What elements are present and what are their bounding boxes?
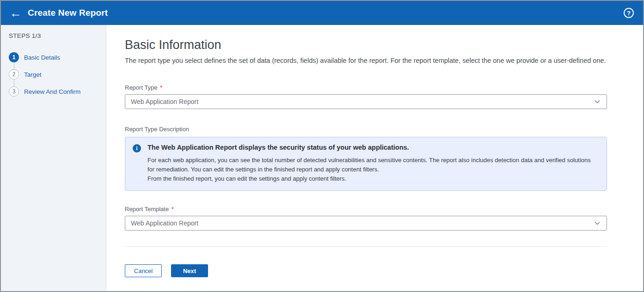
next-button[interactable]: Next <box>171 264 208 277</box>
info-box-title: The Web Application Report displays the … <box>147 144 597 151</box>
report-template-label-text: Report Template <box>125 206 169 213</box>
section-title: Basic Information <box>125 38 607 52</box>
step-review-and-confirm[interactable]: 3 Review And Confirm <box>9 86 101 97</box>
report-type-description-label: Report Type Description <box>125 126 607 133</box>
step-3-label: Review And Confirm <box>24 88 80 95</box>
header-bar: ← Create New Report ? <box>1 1 643 25</box>
step-2-label: Target <box>24 71 42 78</box>
stepper: 1 Basic Details 2 Target 3 Review And Co… <box>9 52 101 97</box>
steps-sidebar: STEPS 1/3 1 Basic Details 2 Target 3 Rev… <box>1 25 106 291</box>
step-connector <box>14 62 14 69</box>
report-type-description-section: Report Type Description i The Web Applic… <box>125 126 607 191</box>
report-type-select[interactable]: Web Application Report <box>125 94 607 109</box>
step-3-circle: 3 <box>9 86 19 97</box>
report-template-section: Report Template * Web Application Report <box>125 206 607 231</box>
step-2-circle: 2 <box>9 69 19 79</box>
info-box-body-line1: For each web application, you can see th… <box>147 156 597 174</box>
actions-divider <box>125 246 607 247</box>
chevron-down-icon <box>594 98 601 105</box>
body-row: STEPS 1/3 1 Basic Details 2 Target 3 Rev… <box>1 25 643 291</box>
actions-bar: Cancel Next <box>125 264 607 277</box>
section-subtitle: The report type you select defines the s… <box>125 56 607 66</box>
report-template-label: Report Template * <box>125 206 607 213</box>
page-header-title: Create New Report <box>28 8 108 18</box>
back-button[interactable]: ← <box>7 5 24 21</box>
report-template-selected-value: Web Application Report <box>131 219 594 227</box>
create-new-report-window: ← Create New Report ? STEPS 1/3 1 Basic … <box>0 0 644 292</box>
step-basic-details[interactable]: 1 Basic Details <box>9 52 101 62</box>
help-button[interactable]: ? <box>624 8 634 18</box>
chevron-down-icon <box>594 219 601 227</box>
main-content: Basic Information The report type you se… <box>106 25 643 291</box>
report-type-label: Report Type * <box>125 84 607 91</box>
question-mark-icon: ? <box>627 10 631 17</box>
report-type-label-text: Report Type <box>125 84 158 91</box>
required-asterisk: * <box>160 84 162 91</box>
info-box: i The Web Application Report displays th… <box>125 137 607 191</box>
required-asterisk: * <box>172 206 174 213</box>
steps-progress-label: STEPS 1/3 <box>9 32 101 39</box>
info-icon: i <box>133 144 141 152</box>
arrow-left-icon: ← <box>10 7 22 19</box>
step-connector <box>14 79 14 86</box>
report-type-section: Report Type * Web Application Report <box>125 84 607 109</box>
cancel-button[interactable]: Cancel <box>125 264 162 277</box>
info-box-body-line2: From the finished report, you can edit t… <box>147 174 597 183</box>
report-template-select[interactable]: Web Application Report <box>125 216 607 231</box>
report-type-selected-value: Web Application Report <box>131 98 594 105</box>
step-1-circle: 1 <box>9 52 19 62</box>
step-1-label: Basic Details <box>24 54 60 61</box>
step-target[interactable]: 2 Target <box>9 69 101 79</box>
